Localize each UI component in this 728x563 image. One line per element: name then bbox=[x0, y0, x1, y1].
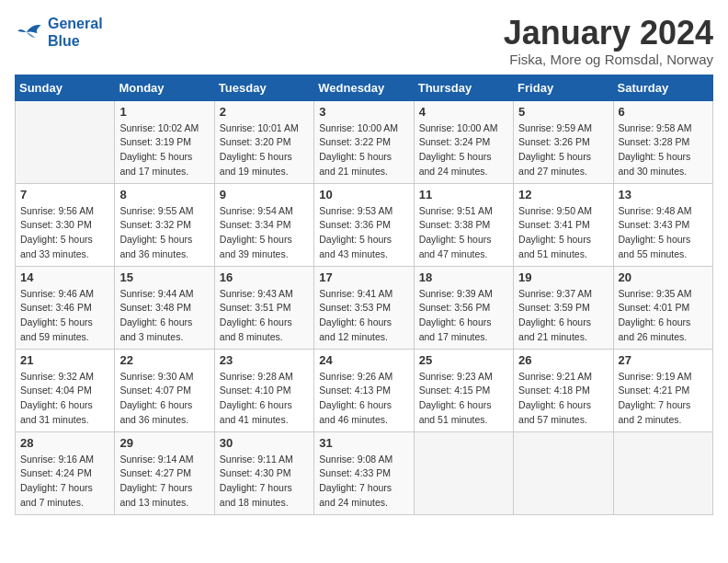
calendar-day-cell bbox=[613, 431, 712, 514]
calendar-week-row: 14Sunrise: 9:46 AM Sunset: 3:46 PM Dayli… bbox=[16, 266, 713, 349]
calendar-subtitle: Fiska, More og Romsdal, Norway bbox=[504, 52, 713, 67]
day-number: 11 bbox=[419, 188, 508, 201]
day-number: 24 bbox=[319, 353, 408, 367]
day-info: Sunrise: 9:53 AM Sunset: 3:36 PM Dayligh… bbox=[319, 204, 408, 262]
weekday-header-cell: Thursday bbox=[414, 75, 513, 100]
day-number: 13 bbox=[619, 188, 708, 201]
weekday-header-cell: Wednesday bbox=[314, 75, 414, 100]
day-info: Sunrise: 9:30 AM Sunset: 4:07 PM Dayligh… bbox=[119, 370, 209, 428]
calendar-day-cell: 28Sunrise: 9:16 AM Sunset: 4:24 PM Dayli… bbox=[16, 431, 115, 514]
calendar-day-cell: 13Sunrise: 9:48 AM Sunset: 3:43 PM Dayli… bbox=[613, 183, 712, 266]
weekday-header-cell: Monday bbox=[115, 75, 214, 100]
day-number: 10 bbox=[319, 188, 408, 201]
day-number: 28 bbox=[20, 436, 109, 450]
day-info: Sunrise: 9:35 AM Sunset: 4:01 PM Dayligh… bbox=[619, 287, 708, 345]
day-info: Sunrise: 9:08 AM Sunset: 4:33 PM Dayligh… bbox=[319, 453, 408, 511]
calendar-day-cell: 16Sunrise: 9:43 AM Sunset: 3:51 PM Dayli… bbox=[214, 266, 313, 349]
weekday-header-cell: Friday bbox=[514, 75, 613, 100]
calendar-day-cell: 19Sunrise: 9:37 AM Sunset: 3:59 PM Dayli… bbox=[514, 266, 613, 349]
day-number: 3 bbox=[319, 105, 408, 119]
calendar-day-cell: 29Sunrise: 9:14 AM Sunset: 4:27 PM Dayli… bbox=[115, 431, 214, 514]
day-info: Sunrise: 9:26 AM Sunset: 4:13 PM Dayligh… bbox=[319, 370, 408, 428]
calendar-day-cell: 4Sunrise: 10:00 AM Sunset: 3:24 PM Dayli… bbox=[414, 100, 513, 183]
calendar-day-cell: 3Sunrise: 10:00 AM Sunset: 3:22 PM Dayli… bbox=[314, 100, 414, 183]
calendar-day-cell: 7Sunrise: 9:56 AM Sunset: 3:30 PM Daylig… bbox=[16, 183, 115, 266]
day-info: Sunrise: 9:48 AM Sunset: 3:43 PM Dayligh… bbox=[619, 204, 708, 262]
day-number: 25 bbox=[419, 353, 508, 367]
day-info: Sunrise: 9:59 AM Sunset: 3:26 PM Dayligh… bbox=[518, 121, 608, 179]
calendar-day-cell: 10Sunrise: 9:53 AM Sunset: 3:36 PM Dayli… bbox=[314, 183, 414, 266]
day-info: Sunrise: 9:28 AM Sunset: 4:10 PM Dayligh… bbox=[220, 370, 309, 428]
day-info: Sunrise: 10:00 AM Sunset: 3:22 PM Daylig… bbox=[319, 121, 408, 179]
day-info: Sunrise: 9:43 AM Sunset: 3:51 PM Dayligh… bbox=[220, 287, 309, 345]
day-info: Sunrise: 9:41 AM Sunset: 3:53 PM Dayligh… bbox=[319, 287, 408, 345]
day-number: 4 bbox=[419, 105, 508, 119]
calendar-day-cell: 15Sunrise: 9:44 AM Sunset: 3:48 PM Dayli… bbox=[115, 266, 214, 349]
day-number: 29 bbox=[119, 436, 209, 450]
day-info: Sunrise: 9:50 AM Sunset: 3:41 PM Dayligh… bbox=[518, 204, 608, 262]
calendar-week-row: 21Sunrise: 9:32 AM Sunset: 4:04 PM Dayli… bbox=[16, 349, 713, 431]
day-number: 18 bbox=[419, 270, 508, 284]
calendar-table: SundayMondayTuesdayWednesdayThursdayFrid… bbox=[15, 75, 713, 515]
calendar-day-cell: 5Sunrise: 9:59 AM Sunset: 3:26 PM Daylig… bbox=[514, 100, 613, 183]
logo-text: General Blue bbox=[48, 15, 103, 50]
day-number: 8 bbox=[119, 188, 209, 201]
calendar-week-row: 7Sunrise: 9:56 AM Sunset: 3:30 PM Daylig… bbox=[16, 183, 713, 266]
day-info: Sunrise: 9:46 AM Sunset: 3:46 PM Dayligh… bbox=[20, 287, 109, 345]
day-number: 16 bbox=[220, 270, 309, 284]
calendar-day-cell: 6Sunrise: 9:58 AM Sunset: 3:28 PM Daylig… bbox=[613, 100, 712, 183]
day-info: Sunrise: 9:56 AM Sunset: 3:30 PM Dayligh… bbox=[20, 204, 109, 262]
day-info: Sunrise: 9:32 AM Sunset: 4:04 PM Dayligh… bbox=[20, 370, 109, 428]
day-info: Sunrise: 9:58 AM Sunset: 3:28 PM Dayligh… bbox=[619, 121, 708, 179]
day-info: Sunrise: 9:51 AM Sunset: 3:38 PM Dayligh… bbox=[419, 204, 508, 262]
calendar-day-cell: 1Sunrise: 10:02 AM Sunset: 3:19 PM Dayli… bbox=[115, 100, 214, 183]
calendar-day-cell: 2Sunrise: 10:01 AM Sunset: 3:20 PM Dayli… bbox=[214, 100, 313, 183]
calendar-day-cell: 14Sunrise: 9:46 AM Sunset: 3:46 PM Dayli… bbox=[16, 266, 115, 349]
logo: General Blue bbox=[15, 15, 103, 50]
calendar-day-cell: 9Sunrise: 9:54 AM Sunset: 3:34 PM Daylig… bbox=[214, 183, 313, 266]
calendar-week-row: 1Sunrise: 10:02 AM Sunset: 3:19 PM Dayli… bbox=[16, 100, 713, 183]
day-info: Sunrise: 9:16 AM Sunset: 4:24 PM Dayligh… bbox=[20, 453, 109, 511]
day-number: 22 bbox=[119, 353, 209, 367]
day-info: Sunrise: 9:21 AM Sunset: 4:18 PM Dayligh… bbox=[518, 370, 608, 428]
day-info: Sunrise: 9:55 AM Sunset: 3:32 PM Dayligh… bbox=[119, 204, 209, 262]
day-number: 23 bbox=[220, 353, 309, 367]
calendar-day-cell: 23Sunrise: 9:28 AM Sunset: 4:10 PM Dayli… bbox=[214, 349, 313, 431]
day-info: Sunrise: 9:54 AM Sunset: 3:34 PM Dayligh… bbox=[220, 204, 309, 262]
calendar-day-cell: 25Sunrise: 9:23 AM Sunset: 4:15 PM Dayli… bbox=[414, 349, 513, 431]
day-info: Sunrise: 10:02 AM Sunset: 3:19 PM Daylig… bbox=[119, 121, 209, 179]
calendar-day-cell: 12Sunrise: 9:50 AM Sunset: 3:41 PM Dayli… bbox=[514, 183, 613, 266]
day-number: 15 bbox=[119, 270, 209, 284]
weekday-header-row: SundayMondayTuesdayWednesdayThursdayFrid… bbox=[16, 75, 713, 100]
day-info: Sunrise: 10:01 AM Sunset: 3:20 PM Daylig… bbox=[220, 121, 309, 179]
day-info: Sunrise: 9:11 AM Sunset: 4:30 PM Dayligh… bbox=[220, 453, 309, 511]
day-number: 26 bbox=[518, 353, 608, 367]
calendar-week-row: 28Sunrise: 9:16 AM Sunset: 4:24 PM Dayli… bbox=[16, 431, 713, 514]
calendar-day-cell: 31Sunrise: 9:08 AM Sunset: 4:33 PM Dayli… bbox=[314, 431, 414, 514]
calendar-day-cell: 22Sunrise: 9:30 AM Sunset: 4:07 PM Dayli… bbox=[115, 349, 214, 431]
logo-bird-icon bbox=[15, 19, 44, 45]
day-number: 2 bbox=[220, 105, 309, 119]
page-header: General Blue January 2024 Fiska, More og… bbox=[15, 15, 713, 67]
calendar-day-cell bbox=[414, 431, 513, 514]
title-area: January 2024 Fiska, More og Romsdal, Nor… bbox=[504, 15, 713, 67]
day-number: 30 bbox=[220, 436, 309, 450]
day-number: 9 bbox=[220, 188, 309, 201]
weekday-header-cell: Saturday bbox=[613, 75, 712, 100]
calendar-day-cell: 26Sunrise: 9:21 AM Sunset: 4:18 PM Dayli… bbox=[514, 349, 613, 431]
day-number: 14 bbox=[20, 270, 109, 284]
day-number: 20 bbox=[619, 270, 708, 284]
day-info: Sunrise: 9:39 AM Sunset: 3:56 PM Dayligh… bbox=[419, 287, 508, 345]
day-number: 1 bbox=[119, 105, 209, 119]
calendar-day-cell bbox=[16, 100, 115, 183]
day-number: 7 bbox=[20, 188, 109, 201]
calendar-day-cell: 24Sunrise: 9:26 AM Sunset: 4:13 PM Dayli… bbox=[314, 349, 414, 431]
day-info: Sunrise: 9:23 AM Sunset: 4:15 PM Dayligh… bbox=[419, 370, 508, 428]
weekday-header-cell: Sunday bbox=[16, 75, 115, 100]
day-number: 31 bbox=[319, 436, 408, 450]
calendar-day-cell bbox=[514, 431, 613, 514]
day-info: Sunrise: 9:19 AM Sunset: 4:21 PM Dayligh… bbox=[619, 370, 708, 428]
weekday-header-cell: Tuesday bbox=[214, 75, 313, 100]
day-number: 12 bbox=[518, 188, 608, 201]
day-info: Sunrise: 10:00 AM Sunset: 3:24 PM Daylig… bbox=[419, 121, 508, 179]
